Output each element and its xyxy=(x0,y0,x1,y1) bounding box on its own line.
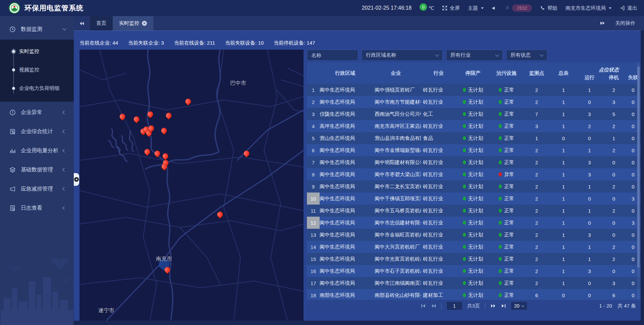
map-view[interactable]: 巴中市南充市遂宁市 xyxy=(79,50,304,321)
table-row[interactable]: 10阆中生态环境局阆中千佛镇五郎垭页岩砖瓦行业无计划正常21003 xyxy=(307,193,641,205)
name-search-input[interactable] xyxy=(307,50,358,61)
cell-index: 14 xyxy=(307,241,320,253)
cell-run: 1 xyxy=(577,256,602,262)
cell-industry: 砖瓦行业 xyxy=(421,232,456,238)
sidebar-group-6[interactable]: 日志查看 xyxy=(0,200,74,216)
table-row[interactable]: 11阆中生态环境局阆中市五马桥页岩机砖砖瓦行业无计划正常21120 xyxy=(307,205,641,217)
cell-facility-label: 正常 xyxy=(504,256,514,262)
cell-meter: 1 xyxy=(550,208,577,214)
first-page-button[interactable] xyxy=(421,304,426,308)
status-select[interactable]: 所有状态 xyxy=(506,50,547,61)
table-row[interactable]: 17阆中生态环境局阆中市江南镇阆南页岩砖瓦行业无计划正常21030 xyxy=(307,277,641,289)
sidebar-item-label: 实时监控 xyxy=(19,48,39,55)
status-dot-icon xyxy=(463,281,466,285)
table-row[interactable]: 9阆中生态环境局阆中市二龙长宝页岩砖砖瓦行业无计划正常21120 xyxy=(307,180,641,193)
prev-page-button[interactable] xyxy=(431,304,436,308)
industry-select[interactable]: 所有行业 xyxy=(446,50,503,61)
cell-monitor: 2 xyxy=(523,280,550,286)
map-city-label: 遂宁市 xyxy=(98,307,114,314)
last-page-button[interactable] xyxy=(501,304,506,308)
mute-button[interactable] xyxy=(492,6,497,11)
cell-limit-label: 无计划 xyxy=(468,232,483,238)
cell-limit-label: 无计划 xyxy=(468,171,483,178)
table-scrollbar[interactable] xyxy=(637,63,640,299)
sidebar-group-2[interactable]: 企业综合统计 xyxy=(0,123,74,140)
sidebar-item[interactable]: 视频监控 xyxy=(0,61,74,79)
status-dot-icon xyxy=(463,269,466,273)
divider xyxy=(485,303,485,309)
sidebar-group-0[interactable]: 数据监测 xyxy=(0,21,74,38)
table-row[interactable]: 16阆中生态环境局阆中市石子页岩机砖厂砖瓦行业无计划正常21300 xyxy=(307,265,641,277)
sidebar-collapse-handle[interactable] xyxy=(74,173,79,186)
cell-company: 南部县砖化山砂有限公 xyxy=(371,292,421,299)
cell-monitor: 2 xyxy=(523,160,550,165)
status-dot-icon xyxy=(463,112,466,116)
sidebar-group-5[interactable]: 应急减排管理 xyxy=(0,180,74,197)
cell-run: 0 xyxy=(577,292,602,298)
cell-facility-label: 正常 xyxy=(504,87,514,93)
header-toolbar: 2021-02-25 17:46:18 0 ℃ 全屏 主题 xyxy=(362,4,637,12)
org-label: 南充市生态环境局 xyxy=(566,5,606,11)
table-row[interactable]: 5营山生态环境局营山县润丰肉食品有限食品无计划正常10010 xyxy=(307,132,641,144)
cell-run: 0 xyxy=(577,280,602,286)
cell-industry: 砖瓦行业 xyxy=(421,99,456,105)
table-row[interactable]: 15阆中生态环境局阆中市光富页岩机砖厂砖瓦行业无计划正常21120 xyxy=(307,253,641,265)
cell-facility-label: 正常 xyxy=(504,159,514,166)
table-row[interactable]: 18南部生态环境局南部县砖化山砂有限公建材加工无计划正常60060 xyxy=(307,289,641,300)
cell-meter: 1 xyxy=(550,256,577,262)
sidebar-group-label: 企业综合统计 xyxy=(21,128,53,135)
cell-monitor: 7 xyxy=(523,111,550,117)
next-page-button[interactable] xyxy=(490,304,496,308)
table-row[interactable]: 13阆中生态环境局阆中市金福旺页岩机砖砖瓦行业无计划正常21300 xyxy=(307,229,641,241)
sidebar-group-4[interactable]: 基础数据管理 xyxy=(0,161,74,178)
notification-widget[interactable]: 2632 xyxy=(505,4,532,12)
cell-limit-label: 无计划 xyxy=(468,111,483,117)
theme-menu-button[interactable]: 主题 xyxy=(468,5,484,11)
tabs-scroll-left-button[interactable] xyxy=(74,16,90,31)
tab-close-icon[interactable]: × xyxy=(142,21,147,26)
cell-limit-label: 无计划 xyxy=(468,87,483,93)
help-button[interactable]: 帮助 xyxy=(540,5,557,11)
close-operations-button[interactable]: 关闭操作 xyxy=(615,20,635,26)
table-row[interactable]: 1阆中生态环境局阆中强锐页岩砖厂砖瓦行业无计划正常21120 xyxy=(307,84,641,96)
table-row[interactable]: 8阆中生态环境局阆中市枣碧大梁山页岩砖瓦行业无计划异常21300 xyxy=(307,168,641,180)
fullscreen-button[interactable]: 全屏 xyxy=(442,5,460,11)
tab-label: 实时监控 xyxy=(119,20,139,26)
cell-company: 阆中市二龙长宝页岩砖 xyxy=(371,183,421,190)
page-size-select[interactable]: 20 xyxy=(511,302,527,310)
logout-button[interactable]: 退出 xyxy=(620,5,637,11)
eco-emblem-icon xyxy=(9,2,20,14)
cell-region: 仪陇生态环境局 xyxy=(320,111,371,117)
table-row[interactable]: 7阆中生态环境局阆中明阳建材有限公司砖瓦行业无计划正常21300 xyxy=(307,156,641,168)
cell-monitor: 6 xyxy=(523,292,550,298)
tabs-scroll-right-button[interactable] xyxy=(600,20,605,26)
table-row[interactable]: 4高坪生态环境局南充市高坪区王家店建砖瓦行业无计划正常31220 xyxy=(307,120,641,132)
cell-company: 阆中市光富页岩机砖厂 xyxy=(371,256,421,262)
col-company: 企业 xyxy=(371,62,421,84)
sidebar-item[interactable]: 实时监控 xyxy=(0,42,74,61)
cell-stop: 1 xyxy=(602,136,626,141)
cell-stop: 2 xyxy=(602,208,626,214)
table-row[interactable]: 12阆中生态环境局阆中市忠信建材有限公砖瓦行业无计划正常21003 xyxy=(307,217,641,229)
cell-facility: 正常 xyxy=(490,268,523,274)
cell-run: 1 xyxy=(577,148,602,153)
table-row[interactable]: 3仪陇生态环境局西南油气田分公司川中化工无计划正常71350 xyxy=(307,108,641,120)
scrollbar-thumb[interactable] xyxy=(637,66,640,268)
cell-monitor: 2 xyxy=(523,208,550,214)
tab-realtime-monitor[interactable]: 实时监控 × xyxy=(113,16,153,31)
table-row[interactable]: 2阆中生态环境局阆中市南方节能建材有砖瓦行业无计划正常21030 xyxy=(307,96,641,108)
sidebar-group-3[interactable]: 企业用电量分析 xyxy=(0,142,74,159)
cell-region: 阆中生态环境局 xyxy=(320,196,371,202)
sidebar-group-1[interactable]: 企业异常 xyxy=(0,104,74,121)
table-row[interactable]: 14阆中生态环境局阆中大兴页岩机砖厂砖瓦行业无计划正常21120 xyxy=(307,241,641,253)
table-row[interactable]: 6阆中生态环境局阆中市金博瑞新型墙材砖瓦行业无计划正常21120 xyxy=(307,144,641,156)
org-menu-button[interactable]: 南充市生态环境局 xyxy=(566,5,611,11)
cell-region: 阆中生态环境局 xyxy=(320,220,371,226)
region-select[interactable]: 行政区域名称 xyxy=(362,50,443,61)
status-dot-icon xyxy=(499,257,502,261)
tab-home[interactable]: 首页 xyxy=(90,16,113,31)
status-dot-icon xyxy=(463,124,466,128)
page-number-input[interactable]: 1 xyxy=(447,302,462,310)
sidebar-item[interactable]: 企业电力负荷明细 xyxy=(0,79,74,98)
sidebar-group-label: 日志查看 xyxy=(21,205,42,212)
